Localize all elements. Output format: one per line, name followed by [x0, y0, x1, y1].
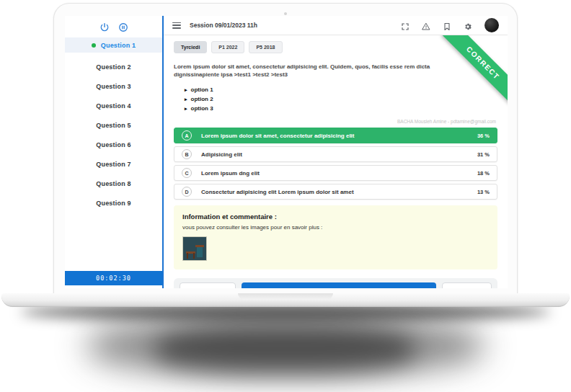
- previous-button[interactable]: ← Precedent: [180, 282, 236, 288]
- answer-letter-badge: A: [182, 130, 192, 141]
- answer-row-b[interactable]: B Adipisicing elit 31 %: [174, 146, 497, 162]
- question-sidebar: Question 1 Question 2 Question 3 Questio…: [65, 16, 164, 288]
- menu-icon[interactable]: [172, 22, 181, 29]
- answer-percent: 36 %: [477, 133, 490, 139]
- top-bar: Session 09/01/2023 11h: [164, 16, 508, 35]
- question-label: Question 5: [96, 122, 131, 129]
- question-text: Lorem ipsum dolor sit amet, consectetur …: [174, 63, 459, 79]
- avatar[interactable]: [484, 18, 499, 32]
- answer-row-d[interactable]: D Consectetur adipisicing elit Lorem ips…: [174, 184, 497, 200]
- info-comment-box: Information et commentaire : vous pouvez…: [174, 205, 497, 270]
- answer-letter-badge: C: [182, 168, 192, 178]
- question-content: Tyrciedi P1 2022 P5 2018 Lorem ipsum dol…: [164, 35, 508, 288]
- check-icon: ✓: [298, 287, 304, 288]
- answer-text: Adipisicing elit: [201, 151, 242, 158]
- tag-chips: Tyrciedi P1 2022 P5 2018: [174, 41, 497, 53]
- option-label: option 2: [191, 96, 213, 102]
- arrow-left-icon: ←: [190, 287, 196, 288]
- active-question-dot: [92, 43, 96, 48]
- session-timer: 00:02:30: [65, 271, 162, 285]
- question-label: Question 7: [96, 161, 131, 168]
- bookmark-icon[interactable]: [443, 21, 451, 30]
- answer-text: Lorem ipsum dng elit: [201, 170, 260, 177]
- laptop-mockup: Question 1 Question 2 Question 3 Questio…: [0, 0, 571, 392]
- gear-icon[interactable]: [464, 21, 472, 30]
- triangle-marker-icon: ▸: [185, 87, 187, 93]
- sidebar-item-question-2[interactable]: Question 2: [65, 57, 162, 76]
- answer-percent: 18 %: [477, 170, 490, 177]
- sidebar-item-question-6[interactable]: Question 6: [65, 135, 162, 154]
- answer-text: Consectetur adipisicing elit Lorem ipsum…: [201, 189, 354, 195]
- question-label: Question 2: [96, 63, 131, 71]
- info-title: Information et commentaire :: [182, 213, 489, 220]
- triangle-marker-icon: ▸: [185, 97, 187, 102]
- triangle-marker-icon: ▸: [185, 106, 187, 112]
- answer-row-c[interactable]: C Lorem ipsum dng elit 18 %: [174, 165, 497, 181]
- tab-tyrciedi[interactable]: Tyrciedi: [174, 41, 207, 53]
- next-button[interactable]: Suivant →: [442, 282, 492, 288]
- sidebar-controls: [65, 16, 162, 37]
- next-label: Suivant: [452, 288, 472, 289]
- option-label: option 1: [191, 86, 213, 93]
- answer-row-a[interactable]: A Lorem ipsum dolor sit amet, consectetu…: [174, 128, 497, 143]
- tab-p5-2018[interactable]: P5 2018: [249, 41, 282, 53]
- question-label: Question 9: [96, 200, 131, 207]
- confirm-label: Confirmer et voir la réponse: [307, 288, 379, 289]
- answer-letter-badge: D: [182, 187, 192, 197]
- info-thumbnail-image[interactable]: [182, 236, 207, 261]
- sidebar-item-question-1[interactable]: Question 1: [65, 37, 162, 53]
- sidebar-item-question-5[interactable]: Question 5: [65, 115, 162, 135]
- sidebar-item-question-7[interactable]: Question 7: [65, 154, 162, 174]
- answer-percent: 13 %: [477, 189, 490, 195]
- main-panel: Session 09/01/2023 11h: [164, 16, 508, 288]
- laptop-base-notch: [238, 293, 333, 300]
- top-bar-actions: [401, 18, 499, 32]
- question-label: Question 8: [96, 180, 131, 187]
- thumbnail-chair: [197, 246, 203, 257]
- pause-icon[interactable]: [118, 22, 128, 32]
- sidebar-item-question-8[interactable]: Question 8: [65, 174, 162, 193]
- option-label: option 3: [191, 105, 213, 112]
- quiz-app-window: Question 1 Question 2 Question 3 Questio…: [65, 16, 508, 288]
- question-option-2[interactable]: ▸ option 2: [185, 94, 497, 104]
- webcam-dot: [284, 12, 287, 15]
- session-title: Session 09/01/2023 11h: [190, 22, 257, 29]
- laptop-shadow: [155, 326, 415, 373]
- sidebar-item-question-9[interactable]: Question 9: [65, 193, 162, 213]
- warning-icon[interactable]: [422, 21, 430, 30]
- answer-percent: 31 %: [477, 151, 490, 158]
- arrow-right-icon: →: [476, 287, 482, 288]
- question-label: Question 1: [101, 42, 136, 49]
- answer-text: Lorem ipsum dolor sit amet, consectetur …: [201, 133, 355, 139]
- previous-label: Precedent: [200, 288, 226, 289]
- sidebar-item-question-3[interactable]: Question 3: [65, 76, 162, 96]
- tab-p1-2022[interactable]: P1 2022: [211, 41, 244, 53]
- laptop-base: [1, 293, 570, 307]
- question-option-3[interactable]: ▸ option 3: [185, 104, 497, 113]
- question-label: Question 6: [96, 141, 131, 148]
- watermark-text: BACHA Mousleh Amine - pdtamine@gmail.com: [174, 119, 496, 124]
- power-icon[interactable]: [99, 22, 110, 32]
- sidebar-item-question-4[interactable]: Question 4: [65, 96, 162, 115]
- question-label: Question 4: [96, 102, 131, 110]
- question-option-1[interactable]: ▸ option 1: [185, 85, 497, 94]
- answer-letter-badge: B: [182, 149, 192, 159]
- info-text: vous pouvez consulter les images pour en…: [182, 224, 489, 231]
- laptop-screen: Question 1 Question 2 Question 3 Questio…: [53, 3, 518, 294]
- question-label: Question 3: [96, 83, 131, 90]
- confirm-button[interactable]: ✓ Confirmer et voir la réponse: [242, 282, 437, 288]
- navigation-bar: ← Precedent ✓ Confirmer et voir la répon…: [174, 278, 497, 288]
- fullscreen-icon[interactable]: [401, 21, 410, 30]
